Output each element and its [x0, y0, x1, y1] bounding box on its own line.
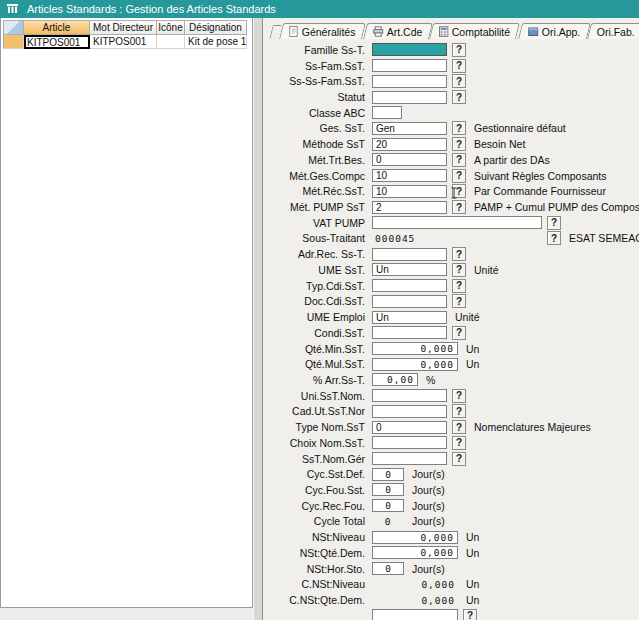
help-button[interactable]: ?: [452, 137, 466, 151]
tab-ori-fab[interactable]: Ori.Fab.: [587, 23, 639, 39]
field-label: C.NSt:Qte.Dem.: [265, 594, 365, 606]
help-button[interactable]: ?: [452, 169, 466, 183]
column-header-ic-ne[interactable]: Icône: [157, 20, 185, 35]
input-type-nom-sst[interactable]: 0: [372, 421, 447, 434]
input-value: 0: [376, 154, 382, 165]
input-value: 0,000: [420, 547, 454, 558]
input-nst-qt-dem[interactable]: 0,000: [372, 546, 458, 559]
help-button[interactable]: ?: [452, 90, 466, 104]
help-button[interactable]: ?: [452, 436, 466, 450]
form-row-nst-qt-dem: NSt:Qté.Dem.0,000Un: [265, 545, 639, 561]
window-title: Articles Standards : Gestion des Article…: [27, 3, 276, 15]
cell-article[interactable]: KITPOS001: [24, 35, 90, 49]
help-button[interactable]: ?: [452, 294, 466, 308]
input-cyc-sst-def[interactable]: 0: [372, 468, 404, 481]
field-label: Mét. PUMP SsT: [265, 201, 365, 213]
input-doc-cdi-sst[interactable]: [372, 295, 447, 308]
help-button[interactable]: ?: [452, 121, 466, 135]
input-adr-rec-ss-t[interactable]: [372, 248, 447, 261]
input-choix-nom-sst[interactable]: [372, 436, 447, 449]
tab-comptabilit[interactable]: Comptabilité: [429, 23, 520, 39]
field-note: Unité: [474, 264, 499, 276]
input-nst-hor-sto[interactable]: 0: [372, 562, 404, 575]
input-m-t-ges-compc[interactable]: 10: [372, 169, 447, 182]
articles-grid-panel: ArticleMot DirecteurIcôneDésignationKITP…: [0, 18, 253, 608]
input-value: Gen: [376, 123, 395, 134]
form-row-m-t-r-c-sst: Mét.Réc.SsT.10?Par Commande Fournisseur: [265, 183, 639, 199]
input-ume-emploi[interactable]: Un: [372, 311, 447, 324]
help-button[interactable]: ?: [452, 404, 466, 418]
form-row-ss-fam-sst: Ss-Fam.SsT.?: [265, 58, 639, 74]
help-button[interactable]: ?: [463, 609, 477, 620]
input-statut[interactable]: [372, 91, 447, 104]
input-m-t-trt-bes[interactable]: 0: [372, 153, 447, 166]
cell-ic-ne[interactable]: [157, 35, 185, 49]
help-button[interactable]: ?: [452, 326, 466, 340]
help-button[interactable]: ?: [452, 452, 466, 466]
field-note: Unité: [455, 311, 480, 323]
field-note: Un: [466, 531, 479, 543]
field-label: Mét.Ges.Compc: [265, 170, 365, 182]
field-label: Famille Ss-T.: [265, 44, 365, 56]
field-note: Jour(s): [412, 484, 445, 496]
table-row[interactable]: KITPOS001KITPOS001Kit de pose 1: [3, 35, 247, 49]
form-row-cycle-total: Cycle Total0Jour(s): [265, 514, 639, 530]
field-label: Classe ABC: [265, 107, 365, 119]
form-row-ume-sst: UME SsT.Un?Unité: [265, 262, 639, 278]
help-button[interactable]: ?: [452, 153, 466, 167]
select-all-cell[interactable]: [3, 20, 24, 35]
panel-splitter[interactable]: [253, 18, 263, 620]
input-sst-nom-g-r[interactable]: [372, 452, 447, 465]
cell-mot-directeur[interactable]: KITPOS001: [90, 35, 157, 49]
field-label: NSt:Niveau: [265, 531, 365, 543]
column-header-article[interactable]: Article: [24, 20, 90, 35]
help-button[interactable]: ?: [452, 247, 466, 261]
input-cyc-rec-fou[interactable]: 0: [372, 499, 404, 512]
help-button[interactable]: ?: [547, 231, 561, 245]
help-button[interactable]: ?: [452, 74, 466, 88]
input-qt-mul-sst[interactable]: 0,000: [372, 358, 458, 371]
input-m-t-pump-sst[interactable]: 2: [372, 201, 447, 214]
column-header-mot-directeur[interactable]: Mot Directeur: [90, 20, 157, 35]
input-cyc-fou-sst[interactable]: 0: [372, 483, 404, 496]
help-button[interactable]: ?: [452, 200, 466, 214]
input-ss-fam-sst[interactable]: [372, 59, 447, 72]
field-label: Qté.Mul.SsT.: [265, 358, 365, 370]
help-button[interactable]: ?: [452, 263, 466, 277]
column-header-d-signation[interactable]: Désignation: [185, 20, 247, 35]
help-button[interactable]: ?: [547, 216, 561, 230]
input-qt-min-sst[interactable]: 0,000: [372, 342, 458, 355]
input-blank[interactable]: [372, 609, 458, 620]
help-button[interactable]: ?: [452, 389, 466, 403]
input-typ-cdi-sst[interactable]: [372, 279, 447, 292]
input-ss-ss-fam-sst[interactable]: [372, 75, 447, 88]
tab-ori-app[interactable]: Ori.App.: [518, 23, 591, 39]
input-ges-sst[interactable]: Gen: [372, 122, 447, 135]
input-nst-niveau[interactable]: 0,000: [372, 531, 458, 544]
input-ume-sst[interactable]: Un: [372, 263, 447, 276]
input-famille-ss-t[interactable]: [372, 43, 447, 56]
help-button[interactable]: ?: [452, 279, 466, 293]
cell-d-signation[interactable]: Kit de pose 1: [185, 35, 247, 49]
form-row-choix-nom-sst: Choix Nom.SsT.?: [265, 435, 639, 451]
input-condi-sst[interactable]: [372, 326, 447, 339]
input-m-t-r-c-sst[interactable]: 10: [372, 185, 447, 198]
input-vat-pump[interactable]: [372, 216, 542, 229]
input-classe-abc[interactable]: [372, 106, 402, 119]
input-arr-ss-t[interactable]: 0,00: [372, 373, 418, 386]
help-button[interactable]: ?: [452, 59, 466, 73]
app-window: Articles Standards : Gestion des Article…: [0, 0, 639, 620]
help-button[interactable]: ?: [452, 43, 466, 57]
input-cad-ut-sst-nor[interactable]: [372, 405, 447, 418]
help-button[interactable]: ?: [452, 420, 466, 434]
input-uni-sst-nom[interactable]: [372, 389, 447, 402]
input-value: 0,000: [420, 532, 454, 543]
input-m-thode-sst[interactable]: 20: [372, 138, 447, 151]
field-note: Suivant Règles Composants: [474, 170, 607, 182]
tab-art-cde[interactable]: Art.Cde: [363, 23, 433, 39]
tab-g-n-ralit-s[interactable]: Généralités: [279, 23, 366, 39]
form-row-condi-sst: Condi.SsT.?: [265, 325, 639, 341]
form-row-ges-sst: Ges. SsT.Gen?Gestionnaire défaut: [265, 121, 639, 137]
field-label: Cyc.Rec.Fou.: [265, 500, 365, 512]
row-selector-cell[interactable]: [3, 35, 24, 49]
